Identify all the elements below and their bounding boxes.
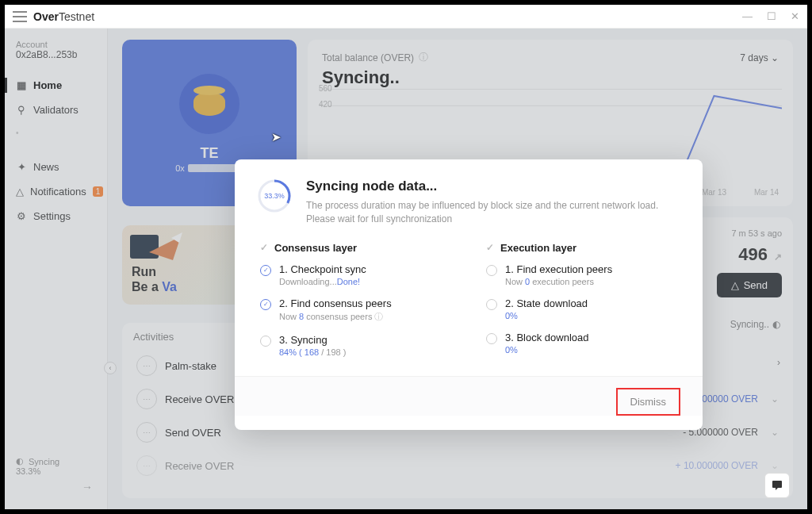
titlebar: OverTestnet — ☐ ✕ <box>5 5 807 29</box>
progress-pct: 33.3% <box>257 178 292 213</box>
brand-prefix: Over <box>33 10 59 23</box>
execution-title: Execution layer <box>500 242 576 254</box>
sync-step: 3. Block download 0% <box>486 332 680 355</box>
check-icon: ✓ <box>486 242 494 253</box>
window-maximize-icon[interactable]: ☐ <box>767 10 776 22</box>
window-minimize-icon[interactable]: — <box>742 10 753 22</box>
modal-title: Syncing node data... <box>306 178 680 194</box>
step-done-icon <box>260 265 271 276</box>
svg-rect-8 <box>772 481 782 488</box>
sync-step: 1. Checkpoint sync Downloading...Done! <box>260 263 454 286</box>
sync-step: 2. Find consensus peers Now 8 consensus … <box>260 297 454 323</box>
execution-layer: ✓Execution layer 1. Find execution peers… <box>486 242 680 368</box>
sync-step: 2. State download 0% <box>486 297 680 320</box>
sync-step: 3. Syncing 84% ( 168 / 198 ) <box>260 334 454 357</box>
hamburger-icon[interactable] <box>13 11 27 22</box>
step-done-icon <box>260 299 271 310</box>
dismiss-button[interactable]: Dismiss <box>619 391 678 412</box>
progress-ring: 33.3% <box>257 178 292 213</box>
sync-step: 1. Find execution peers Now 0 execution … <box>486 263 680 286</box>
step-pending-icon <box>486 299 497 310</box>
modal-subtitle: The process duration may be influenced b… <box>306 199 680 226</box>
check-icon: ✓ <box>260 242 268 253</box>
window-close-icon[interactable]: ✕ <box>791 10 799 22</box>
chat-icon <box>771 479 783 492</box>
app-title: OverTestnet <box>33 10 94 23</box>
brand-suffix: Testnet <box>59 10 94 23</box>
consensus-title: Consensus layer <box>274 242 357 254</box>
sync-modal: 33.3% Syncing node data... The process d… <box>235 159 703 430</box>
consensus-layer: ✓Consensus layer 1. Checkpoint sync Down… <box>260 242 454 368</box>
step-pending-icon <box>486 333 497 344</box>
step-pending-icon <box>260 336 271 347</box>
info-icon[interactable]: ⓘ <box>374 312 383 321</box>
dismiss-highlight: Dismiss <box>616 388 681 416</box>
step-pending-icon <box>486 265 497 276</box>
chat-fab[interactable] <box>764 473 790 498</box>
